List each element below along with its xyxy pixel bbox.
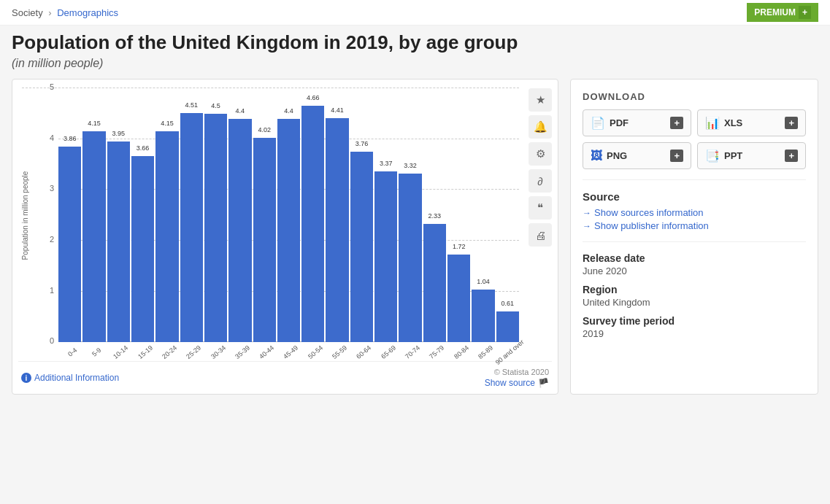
arrow-icon-1: → <box>583 208 591 218</box>
bar[interactable]: 4.445-49 <box>277 119 300 342</box>
release-date-section: Release date June 2020 <box>583 252 806 276</box>
bar-group: 1.0485-89 <box>472 88 494 342</box>
bar[interactable]: 1.7280-84 <box>447 255 470 342</box>
bar-x-label: 0-4 <box>66 346 78 358</box>
breadcrumb-society[interactable]: Society <box>12 7 43 18</box>
page-subtitle: (in million people) <box>12 57 818 70</box>
additional-info-link[interactable]: i Additional Information <box>21 373 119 383</box>
bar-value-label: 4.51 <box>185 101 198 109</box>
bar-value-label: 4.15 <box>161 120 174 127</box>
flag-icon: 🏴 <box>538 378 549 388</box>
print-icon[interactable]: 🖨 <box>529 223 552 247</box>
bar-value-label: 4.41 <box>331 106 344 114</box>
bar-x-label: 80-84 <box>453 344 470 360</box>
bar-x-label: 30-34 <box>210 344 227 360</box>
bar[interactable]: 4.6650-54 <box>301 106 324 342</box>
bar-group: 4.6650-54 <box>301 88 324 342</box>
ppt-download-button[interactable]: 📑 PPT + <box>697 142 806 169</box>
show-publisher-link[interactable]: → Show publisher information <box>583 220 806 231</box>
breadcrumb: Society › Demographics <box>12 7 118 18</box>
bar[interactable]: 0.6190 and over <box>496 311 519 342</box>
bar[interactable]: 4.0240-44 <box>253 138 276 342</box>
share-icon[interactable]: ∂ <box>529 169 552 193</box>
y-axis-label: Population in million people <box>20 88 31 342</box>
bar[interactable]: 1.0485-89 <box>472 290 494 342</box>
xls-icon: 📊 <box>705 116 720 130</box>
page-title: Population of the United Kingdom in 2019… <box>12 31 818 54</box>
breadcrumb-current: Demographics <box>57 7 118 18</box>
bar[interactable]: 4.435-39 <box>228 119 251 342</box>
gear-icon[interactable]: ⚙ <box>529 142 552 166</box>
bar[interactable]: 4.4155-59 <box>326 118 348 342</box>
bar-value-label: 4.02 <box>258 126 271 133</box>
xls-label: XLS <box>724 117 742 128</box>
bar-group: 4.0240-44 <box>253 88 276 342</box>
bar[interactable]: 3.860-4 <box>58 147 81 343</box>
bar-x-label: 85-89 <box>477 344 494 360</box>
bar-group: 3.7660-64 <box>350 88 373 342</box>
png-label: PNG <box>607 150 627 161</box>
region-value: United Kingdom <box>583 297 806 308</box>
source-title: Source <box>583 190 806 203</box>
release-date-value: June 2020 <box>583 265 806 276</box>
bar-group: 4.4155-59 <box>326 88 348 342</box>
bar[interactable]: 3.3765-69 <box>374 171 397 343</box>
show-sources-link[interactable]: → Show sources information <box>583 207 806 218</box>
bar[interactable]: 4.155-9 <box>82 131 105 342</box>
bar-value-label: 3.76 <box>356 140 369 147</box>
bar[interactable]: 3.6615-19 <box>131 156 154 342</box>
ppt-label: PPT <box>724 150 742 161</box>
bar[interactable]: 2.3375-79 <box>423 224 446 342</box>
chart-icons: ★ 🔔 ⚙ ∂ ❝ 🖨 <box>529 88 552 247</box>
bar-group: 3.9510-14 <box>107 88 130 342</box>
bar-x-label: 15-19 <box>137 344 154 360</box>
breadcrumb-sep: › <box>48 7 51 18</box>
png-plus-icon: + <box>670 150 683 162</box>
chart-footer: i Additional Information © Statista 2020… <box>18 361 552 388</box>
bar[interactable]: 4.5125-29 <box>180 113 203 342</box>
bar-group: 4.435-39 <box>228 88 251 342</box>
download-title: DOWNLOAD <box>583 91 806 102</box>
bar[interactable]: 3.3270-74 <box>399 174 421 342</box>
bar-group: 3.6615-19 <box>131 88 154 342</box>
pdf-plus-icon: + <box>670 117 683 129</box>
top-bar: Society › Demographics PREMIUM + <box>0 0 830 26</box>
png-download-button[interactable]: 🖼 PNG + <box>583 142 691 169</box>
bar[interactable]: 4.1520-24 <box>155 131 178 342</box>
bar[interactable]: 3.7660-64 <box>350 152 373 343</box>
bar-value-label: 4.4 <box>284 107 293 115</box>
xls-download-button[interactable]: 📊 XLS + <box>697 109 806 136</box>
bar-value-label: 3.37 <box>380 160 393 167</box>
bar-x-label: 65-69 <box>380 344 397 360</box>
copyright: © Statista 2020 <box>485 368 549 376</box>
info-icon: i <box>21 373 31 383</box>
divider-1 <box>583 179 806 180</box>
premium-button[interactable]: PREMIUM + <box>747 3 818 22</box>
survey-value: 2019 <box>583 328 806 339</box>
download-buttons: 📄 PDF + 📊 XLS + 🖼 PNG <box>583 109 806 169</box>
premium-plus: + <box>799 6 811 19</box>
bar-value-label: 3.86 <box>64 135 77 142</box>
bar-x-label: 50-54 <box>307 344 324 360</box>
source-section: Source → Show sources information → Show… <box>583 190 806 231</box>
bar-group: 3.860-4 <box>58 88 81 342</box>
bar-x-label: 25-29 <box>185 344 202 360</box>
show-source-link[interactable]: Show source 🏴 <box>485 378 549 388</box>
survey-section: Survey time period 2019 <box>583 315 806 339</box>
bar-x-label: 40-44 <box>258 344 275 360</box>
bar[interactable]: 4.530-34 <box>204 114 227 342</box>
bar-x-label: 5-9 <box>91 346 102 358</box>
bar-value-label: 1.72 <box>453 243 466 250</box>
bar[interactable]: 3.9510-14 <box>107 141 130 342</box>
bar-x-label: 75-79 <box>429 344 446 360</box>
star-icon[interactable]: ★ <box>529 88 552 112</box>
quote-icon[interactable]: ❝ <box>529 196 552 220</box>
bar-value-label: 3.95 <box>112 130 126 137</box>
bar-value-label: 4.15 <box>88 120 101 127</box>
pdf-download-button[interactable]: 📄 PDF + <box>583 109 691 136</box>
png-icon: 🖼 <box>591 150 602 163</box>
ppt-icon: 📑 <box>705 149 720 163</box>
bar-value-label: 4.66 <box>307 94 320 101</box>
bell-icon[interactable]: 🔔 <box>529 115 552 139</box>
bar-group: 3.3270-74 <box>399 88 421 342</box>
